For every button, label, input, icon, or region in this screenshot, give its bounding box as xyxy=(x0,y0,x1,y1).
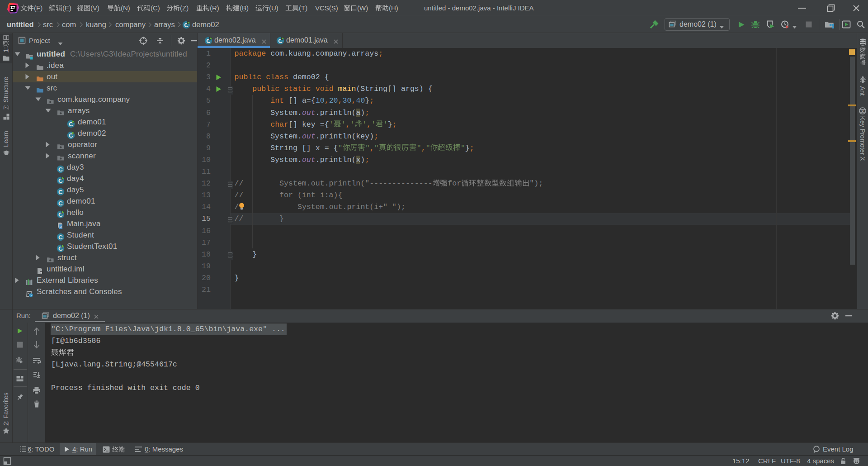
svg-text:C: C xyxy=(58,189,63,195)
svg-text:C: C xyxy=(58,234,63,241)
svg-text:C: C xyxy=(58,166,63,173)
svg-text:X: X xyxy=(861,109,864,114)
svg-text:C: C xyxy=(58,200,63,207)
svg-text:J: J xyxy=(60,225,62,229)
